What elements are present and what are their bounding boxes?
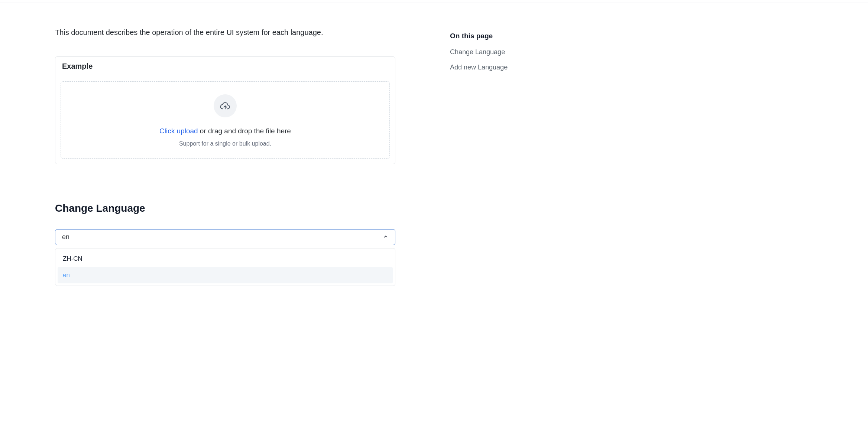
language-option-en[interactable]: en — [58, 267, 393, 283]
language-select-wrapper: en ZH-CN en — [55, 229, 395, 286]
example-header: Example — [55, 57, 395, 76]
change-language-heading: Change Language — [55, 202, 395, 214]
upload-dropzone[interactable]: Click upload or drag and drop the file h… — [61, 81, 390, 159]
upload-instruction: Click upload or drag and drop the file h… — [159, 127, 291, 135]
main-content: This document describes the operation of… — [55, 27, 395, 286]
page-container: This document describes the operation of… — [0, 4, 868, 286]
upload-click-link[interactable]: Click upload — [159, 127, 198, 135]
example-panel: Example Click upload or drag and drop th… — [55, 56, 395, 164]
toc-link-add-new-language[interactable]: Add new Language — [450, 64, 508, 71]
toc-title: On this page — [450, 32, 508, 40]
upload-cloud-icon — [214, 94, 237, 117]
upload-support-text: Support for a single or bulk upload. — [179, 140, 271, 147]
language-option-zh-cn[interactable]: ZH-CN — [58, 251, 393, 267]
intro-text: This document describes the operation of… — [55, 27, 395, 38]
toc-link-change-language[interactable]: Change Language — [450, 48, 508, 56]
chevron-up-icon — [383, 234, 388, 240]
language-select[interactable]: en — [55, 229, 395, 245]
upload-rest-text: or drag and drop the file here — [198, 127, 291, 135]
section-divider — [55, 185, 395, 185]
language-dropdown: ZH-CN en — [55, 248, 395, 286]
top-separator — [0, 0, 868, 3]
language-select-value: en — [62, 233, 69, 241]
toc-sidebar: On this page Change Language Add new Lan… — [440, 27, 508, 79]
example-body: Click upload or drag and drop the file h… — [55, 76, 395, 164]
